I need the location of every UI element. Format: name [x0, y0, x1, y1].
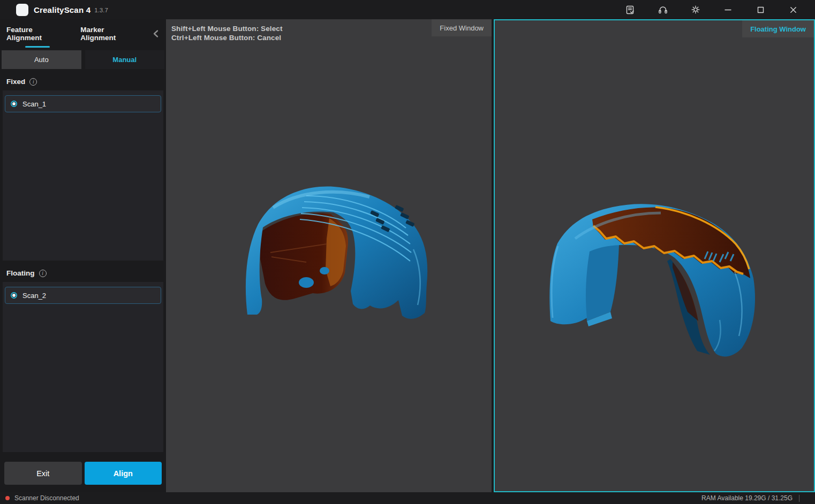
alignment-tabs: Feature Alignment Marker Alignment — [0, 19, 166, 48]
app-title: CrealityScan 4 — [34, 5, 90, 14]
minimize-icon[interactable] — [712, 0, 744, 19]
status-divider — [799, 495, 799, 502]
scan-1-model — [166, 19, 492, 492]
mode-switch: Auto Manual — [0, 48, 166, 69]
sidebar: Feature Alignment Marker Alignment Auto … — [0, 19, 166, 492]
sidebar-footer: Exit Align — [0, 462, 166, 492]
collapse-sidebar-button[interactable] — [152, 29, 160, 38]
tab-marker-alignment[interactable]: Marker Alignment — [80, 26, 140, 42]
viewport-area: Shift+Left Mouse Button: Select Ctrl+Lef… — [166, 19, 815, 492]
status-bar: Scanner Disconnected RAM Available 19.29… — [0, 492, 815, 504]
status-dot-icon — [5, 496, 10, 500]
fixed-label-text: Fixed — [6, 78, 25, 86]
radio-selected-icon[interactable] — [11, 292, 17, 299]
chevron-left-icon — [152, 29, 160, 38]
scan-item-scan-2[interactable]: Scan_2 — [5, 287, 161, 304]
fixed-window-tag: Fixed Window — [432, 19, 492, 36]
scan-record-icon[interactable] — [614, 0, 646, 19]
scan-item-label: Scan_2 — [22, 292, 46, 300]
scanner-status-text: Scanner Disconnected — [14, 494, 79, 502]
align-button[interactable]: Align — [85, 462, 162, 485]
maximize-icon[interactable] — [744, 0, 777, 19]
fixed-scan-list: Scan_1 — [3, 90, 163, 261]
fixed-section-label: Fixed — [0, 69, 166, 90]
floating-window-tag: Floating Window — [742, 20, 814, 37]
fixed-window-viewport[interactable]: Shift+Left Mouse Button: Select Ctrl+Lef… — [166, 19, 492, 492]
hint-select: Shift+Left Mouse Button: Select — [171, 24, 282, 33]
radio-selected-icon[interactable] — [11, 101, 17, 107]
settings-gear-icon[interactable] — [679, 0, 712, 19]
hint-cancel: Ctrl+Left Mouse Button: Cancel — [171, 33, 282, 42]
auto-mode-button[interactable]: Auto — [2, 50, 81, 69]
tab-feature-alignment[interactable]: Feature Alignment — [6, 26, 69, 42]
close-icon[interactable] — [777, 0, 810, 19]
floating-section-label: Floating — [0, 261, 166, 282]
app-logo-icon — [16, 4, 28, 16]
app-version: 1.3.7 — [94, 6, 108, 13]
mouse-hints: Shift+Left Mouse Button: Select Ctrl+Lef… — [171, 24, 282, 42]
floating-window-viewport[interactable]: Floating Window — [494, 19, 815, 492]
support-headset-icon[interactable] — [646, 0, 679, 19]
info-icon[interactable] — [39, 270, 47, 277]
scan-item-label: Scan_1 — [22, 100, 46, 108]
ram-available-text: RAM Available 19.29G / 31.25G — [701, 494, 793, 502]
floating-scan-list: Scan_2 — [3, 282, 163, 452]
scan-item-scan-1[interactable]: Scan_1 — [5, 95, 161, 112]
info-icon[interactable] — [29, 78, 37, 86]
title-bar: CrealityScan 4 1.3.7 — [0, 0, 815, 19]
scan-2-model — [495, 20, 814, 491]
exit-button[interactable]: Exit — [4, 462, 82, 485]
manual-mode-button[interactable]: Manual — [85, 50, 165, 69]
floating-label-text: Floating — [6, 269, 35, 277]
